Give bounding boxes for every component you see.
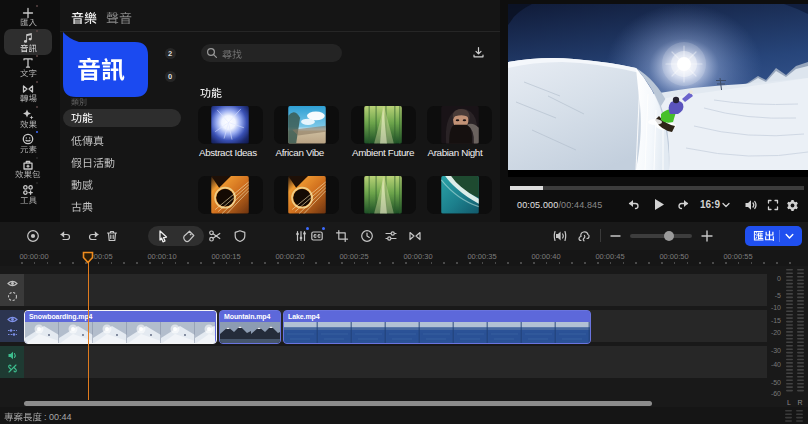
svg-text:-20: -20 — [771, 329, 781, 336]
svg-text:-5: -5 — [775, 292, 781, 299]
svg-text:R: R — [797, 399, 802, 406]
svg-text:0: 0 — [777, 275, 781, 282]
svg-text:-40: -40 — [771, 361, 781, 368]
svg-text:-50: -50 — [771, 379, 781, 386]
svg-text:L: L — [787, 399, 791, 406]
svg-text:-15: -15 — [771, 317, 781, 324]
svg-text:-60: -60 — [771, 390, 781, 397]
svg-text:-10: -10 — [771, 304, 781, 311]
svg-text:-30: -30 — [771, 347, 781, 354]
